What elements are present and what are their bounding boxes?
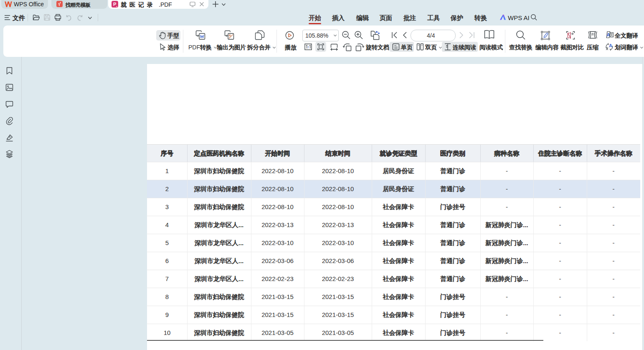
svg-text:P: P (113, 2, 116, 7)
svg-text:A: A (607, 32, 610, 37)
svg-text:A: A (609, 43, 612, 48)
